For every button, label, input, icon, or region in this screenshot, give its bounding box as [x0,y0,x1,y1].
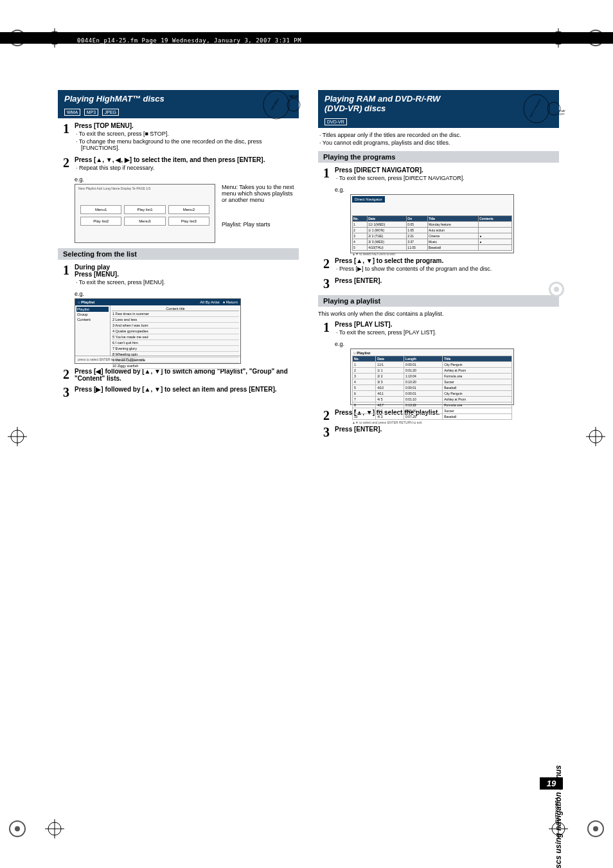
step-number: 2 [318,257,335,270]
step-title: Press [▶] followed by [▲, ▼] to select a… [75,386,299,393]
step-pre: During play [75,264,299,271]
banner-line2: (DVD-VR) discs [324,104,386,113]
page-number: 19 [540,777,563,790]
step-title: Press [▲, ▼, ◀, ▶] to select the item, a… [75,156,299,163]
list-item: 2 Less and less [112,317,239,323]
list-item: 5 You've made me sad [112,334,239,340]
step-number: 2 [58,368,75,381]
disc-side-icon [548,281,565,298]
bullet: Titles appear only if the titles are rec… [318,132,559,138]
left-column: Playing HighMAT™ discs WMA MP3 JPEG MENU… [58,90,299,442]
crosshair-icon [8,427,27,446]
menu-cell: Play list1 [124,205,165,214]
section-playing-playlist: Playing a playlist [318,295,559,307]
list-item: 8 Wheeling spin [112,352,239,357]
diagram-footer: ▲▼ to select RETURN to exit [352,251,512,256]
playlist-note: Playlist: Play starts [222,221,299,228]
step-title: Press [▲, ▼] to select the program. [335,257,559,264]
step-number: 1 [318,321,335,334]
list-item: Content [76,317,109,322]
step-title: Press [ENTER]. [335,277,559,284]
right-column: Playing RAM and DVD-R/-RW (DVD-VR) discs… [318,90,559,442]
svg-point-22 [593,826,598,831]
svg-point-17 [15,826,20,831]
bullet: To exit the screen, press [DIRECT NAVIGA… [335,175,559,181]
diagram-title: Direct Navigator [352,196,385,203]
list-item: 10 Ziggy starfish [112,363,239,369]
step-number: 3 [318,277,335,290]
example-label: e.g. [75,176,299,183]
example-label: e.g. [335,341,559,347]
bullet: To exit the screen, press [MENU]. [75,279,299,285]
step-title: Press [ENTER]. [335,426,559,433]
svg-text:TOP MENU: TOP MENU [270,98,280,111]
list-item: 4 Quatre gymnopedies [112,329,239,334]
step-3: 3 Press [ENTER]. [318,277,559,290]
step-title: Press [◀] followed by [▲, ▼] to switch a… [75,368,299,382]
step-1: 1 Press [TOP MENU]. To exit the screen, … [58,122,299,152]
menu-cell: Menu1 [80,205,121,214]
bullet: Repeat this step if necessary. [75,165,299,171]
svg-point-36 [554,287,559,292]
step-1: 1 Press [PLAY LIST]. To exit the screen,… [318,321,559,337]
list-item: 7 Evening glory [112,346,239,352]
step-number: 1 [58,264,75,276]
step-number: 2 [58,156,75,169]
menu-label: MENU [289,95,299,98]
step-title: Press [DIRECT NAVIGATOR]. [335,167,559,174]
example-label: e.g. [335,186,559,193]
step-number: 3 [318,426,335,439]
diagram-topline: New Playlist Add Long Name Display Te PA… [75,185,215,192]
step-3: 3 Press [▶] followed by [▲, ▼] to select… [58,386,299,399]
step-number: 1 [58,122,75,135]
step-1: 1 During play Press [MENU]. To exit the … [58,264,299,287]
diagram-footer: ▲▼ to select and press ENTER RETURN to e… [352,420,512,424]
step-1: 1 Press [DIRECT NAVIGATOR]. To exit the … [318,167,559,183]
menu-cell: Menu3 [124,217,165,226]
bullet: Press [▶] to show the contents of the pr… [335,266,559,272]
reg-mark [8,819,27,838]
step-title: Press [PLAY LIST]. [335,321,559,328]
crosshair-icon [45,819,64,838]
section-selecting-list: Selecting from the list [58,248,299,260]
step-title: Press [TOP MENU]. [75,122,299,129]
section-note: This works only when the disc contains a… [318,311,559,317]
step-title: Press [MENU]. [75,271,299,278]
playlist-table-diagram: ○ Playlist No.DateLengthTitle 111/10:00:… [350,348,514,405]
bullet: You cannot edit programs, playlists and … [318,140,559,146]
banner-title: Playing HighMAT™ discs [64,94,164,104]
example-label: e.g. [75,291,299,297]
remote-icon: PLAY LIST DIRECT NAVIGATOR [520,93,565,125]
bullet: To exit the screen, press [■ STOP]. [75,131,299,137]
svg-text:LIST: LIST [559,113,565,116]
list-item: Group [76,312,109,317]
step-2: 2 Press [◀] followed by [▲, ▼] to switch… [58,368,299,382]
list-item: 6 I can't quit him [112,340,239,346]
badge: JPEG [102,109,119,116]
banner-line1: Playing RAM and DVD-R/-RW [324,94,440,104]
list-item: 1 Few times in summer [112,311,239,317]
bullet: To change the menu background to the one… [75,138,299,151]
remote-icon: MENU TOP MENU [260,89,305,121]
reg-mark [586,819,605,838]
section-playing-programs: Playing the programs [318,151,559,163]
step-number: 1 [318,167,335,179]
step-2: 2 Press [▲, ▼, ◀, ▶] to select the item,… [58,156,299,172]
playlist-diagram: ○ Playlist All By Artist ● Return Playli… [75,298,241,364]
badge: WMA [64,109,80,116]
crosshair-icon [586,427,605,446]
list-item: Playlist [76,307,109,312]
badge: DVD-VR [324,118,347,125]
menu-cell: Play list2 [80,217,121,226]
menu-cell: Menu2 [168,205,209,214]
menu-note: Menu: Takes you to the next menu which s… [222,184,299,203]
direct-navigator-diagram: Direct Navigator No.Date OnTitle Content… [350,194,514,253]
bullet: To exit the screen, press [PLAY LIST]. [335,329,559,336]
step-2: 2 Press [▲, ▼] to select the program. Pr… [318,257,559,273]
badge: MP3 [84,109,98,116]
list-item: 3 And when I was born [112,323,239,329]
menu-cell: Play list3 [168,217,209,226]
highmat-menu-diagram: New Playlist Add Long Name Display Te PA… [75,184,215,243]
step-number: 3 [58,386,75,399]
step-3: 3 Press [ENTER]. [318,426,559,439]
